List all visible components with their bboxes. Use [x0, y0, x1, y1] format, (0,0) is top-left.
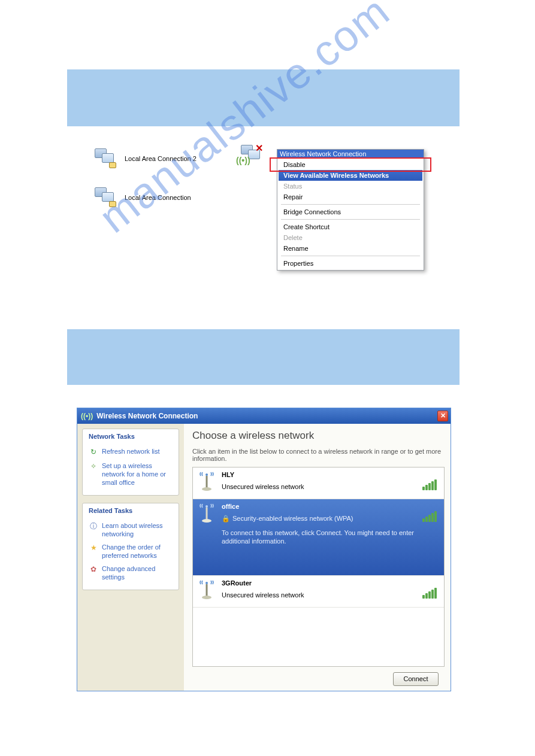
choose-network-header: Choose a wireless network — [192, 430, 445, 442]
network-name: office — [222, 503, 439, 510]
network-name: HLY — [222, 471, 439, 478]
svg-point-6 — [205, 582, 208, 584]
learn-wireless-networking[interactable]: ⓘ Learn about wireless networking — [83, 519, 179, 541]
network-description: Unsecured wireless network — [222, 483, 439, 490]
task-label: Set up a wireless network for a home or … — [102, 462, 173, 487]
menu-separator — [281, 204, 420, 205]
wireless-network-dialog: ((•)) Wireless Network Connection ✕ Netw… — [77, 408, 451, 691]
network-description: Unsecured wireless network — [222, 591, 439, 599]
network-description: 🔒Security-enabled wireless network (WPA) — [222, 515, 439, 523]
info-icon: ⓘ — [89, 521, 98, 531]
task-label: Change advanced settings — [102, 564, 173, 581]
close-button[interactable]: ✕ — [437, 411, 448, 421]
dialog-body: Network Tasks ↻ Refresh network list ✧ S… — [77, 424, 451, 691]
signal-strength-icon — [422, 511, 437, 522]
related-tasks-header: Related Tasks — [83, 503, 179, 519]
task-label: Learn about wireless networking — [102, 521, 173, 538]
gear-icon: ✿ — [89, 564, 98, 574]
connection-lan2[interactable]: Local Area Connection 2 — [93, 147, 197, 170]
menu-view-available-networks[interactable]: View Available Wireless Networks — [279, 170, 422, 181]
dialog-footer: Connect — [192, 667, 445, 691]
lock-icon: 🔒 — [222, 515, 230, 522]
context-menu-title: Wireless Network Connection — [277, 150, 424, 158]
network-item-hly[interactable]: HLY Unsecured wireless network — [193, 467, 444, 499]
network-extra-info: To connect to this network, click Connec… — [222, 529, 439, 545]
task-label: Change the order of preferred networks — [102, 543, 173, 560]
network-list-pane: Choose a wireless network Click an item … — [184, 424, 451, 691]
choose-network-subtext: Click an item in the list below to conne… — [192, 448, 445, 462]
refresh-network-list[interactable]: ↻ Refresh network list — [83, 445, 179, 459]
network-tasks-box: Network Tasks ↻ Refresh network list ✧ S… — [82, 429, 179, 496]
wlan-icon: ✕ ((•)) — [240, 144, 265, 166]
menu-repair[interactable]: Repair — [279, 192, 422, 202]
network-tasks-header: Network Tasks — [83, 429, 179, 445]
task-label: Refresh network list — [102, 447, 160, 456]
antenna-icon — [198, 579, 217, 602]
antenna-icon — [198, 471, 217, 494]
connection-wlan[interactable]: ✕ ((•)) — [240, 144, 271, 166]
svg-point-2 — [202, 487, 211, 491]
menu-rename[interactable]: Rename — [279, 243, 422, 254]
menu-separator — [281, 256, 420, 256]
connect-button[interactable]: Connect — [393, 672, 439, 686]
instruction-bar-2 — [67, 329, 460, 385]
lan-icon — [93, 186, 119, 209]
connection-label: Local Area Connection 2 — [125, 155, 197, 162]
setup-wireless-network[interactable]: ✧ Set up a wireless network for a home o… — [83, 459, 179, 489]
network-name: 3GRouter — [222, 579, 439, 587]
menu-status: Status — [279, 181, 422, 192]
menu-separator — [281, 219, 420, 220]
instruction-bar-1 — [67, 69, 460, 126]
menu-disable[interactable]: Disable — [279, 159, 422, 170]
svg-point-5 — [202, 519, 211, 523]
wifi-waves-icon: ((•)) — [236, 156, 250, 165]
svg-point-3 — [205, 505, 208, 508]
change-advanced-settings[interactable]: ✿ Change advanced settings — [83, 562, 179, 584]
refresh-icon: ↻ — [89, 447, 98, 457]
menu-bridge-connections[interactable]: Bridge Connections — [279, 207, 422, 217]
menu-delete: Delete — [279, 232, 422, 243]
connection-lan[interactable]: Local Area Connection — [93, 186, 191, 209]
svg-point-8 — [202, 596, 211, 599]
antenna-icon — [198, 503, 217, 570]
menu-create-shortcut[interactable]: Create Shortcut — [279, 221, 422, 232]
menu-properties[interactable]: Properties — [279, 258, 422, 269]
network-connections-panel: Local Area Connection 2 Local Area Conne… — [67, 141, 460, 304]
wlan-context-menu: Wireless Network Connection Disable View… — [277, 149, 424, 271]
change-preferred-order[interactable]: ★ Change the order of preferred networks — [83, 541, 179, 562]
connection-label: Local Area Connection — [125, 194, 191, 201]
disconnected-x-icon: ✕ — [255, 142, 263, 154]
available-networks-list: HLY Unsecured wireless network office — [192, 467, 445, 667]
task-pane: Network Tasks ↻ Refresh network list ✧ S… — [77, 424, 184, 691]
dialog-titlebar[interactable]: ((•)) Wireless Network Connection ✕ — [77, 408, 451, 424]
network-item-3grouter[interactable]: 3GRouter Unsecured wireless network — [193, 576, 444, 608]
network-item-office[interactable]: office 🔒Security-enabled wireless networ… — [193, 499, 444, 576]
setup-icon: ✧ — [89, 462, 98, 471]
svg-point-0 — [205, 473, 208, 476]
wifi-titlebar-icon: ((•)) — [81, 412, 93, 420]
dialog-title: Wireless Network Connection — [96, 412, 437, 420]
star-icon: ★ — [89, 543, 98, 552]
lan-icon — [93, 147, 119, 170]
signal-strength-icon — [422, 588, 437, 599]
related-tasks-box: Related Tasks ⓘ Learn about wireless net… — [82, 503, 179, 590]
signal-strength-icon — [422, 479, 437, 490]
